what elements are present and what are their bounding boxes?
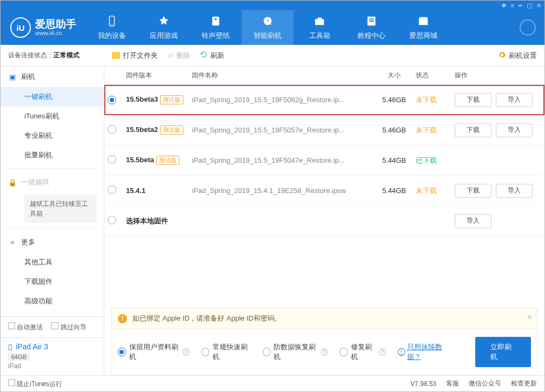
nav-icon bbox=[262, 15, 274, 29]
open-folder-button[interactable]: 打开文件夹 bbox=[112, 51, 158, 61]
nav-icon bbox=[106, 15, 118, 29]
sidebar-sec-flash[interactable]: ▣ 刷机 bbox=[1, 67, 104, 87]
row-radio[interactable] bbox=[108, 155, 116, 164]
nav-icon bbox=[314, 15, 325, 29]
svg-rect-2 bbox=[212, 16, 220, 25]
fw-version: 15.5beta bbox=[126, 156, 154, 164]
fw-filename: iPad_Spring_2019_15.5_19F5057e_Restore.i… bbox=[192, 126, 373, 134]
auto-activate-checkbox[interactable]: 自动激活 bbox=[8, 322, 43, 332]
fw-version: 选择本地固件 bbox=[126, 217, 168, 225]
nav-0[interactable]: 我的设备 bbox=[86, 10, 138, 45]
import-button[interactable]: 导入 bbox=[455, 214, 491, 228]
nav-1[interactable]: 应用游戏 bbox=[138, 10, 190, 45]
sidebar-item-advanced[interactable]: 高级功能 bbox=[1, 291, 104, 311]
fw-size: 5.46GB bbox=[373, 96, 416, 104]
import-button[interactable]: 导入 bbox=[496, 123, 533, 137]
device-storage-badge: 64GB bbox=[8, 353, 30, 361]
skip-guide-checkbox[interactable]: 跳过向导 bbox=[51, 322, 86, 332]
jailbreak-note: 越狱工具已转移至工具箱 bbox=[24, 195, 96, 223]
nav-icon bbox=[158, 15, 170, 29]
sidebar-item-other[interactable]: 其他工具 bbox=[1, 253, 104, 272]
tip-close-icon[interactable]: × bbox=[527, 313, 532, 322]
window-controls: ❖ ≡ ━ ▢ ✕ bbox=[1, 1, 544, 10]
block-itunes-checkbox[interactable]: 阻止iTunes运行 bbox=[8, 379, 62, 389]
brand-name: 爱思助手 bbox=[35, 19, 76, 30]
refresh-button[interactable]: 刷新 bbox=[200, 51, 224, 61]
svg-rect-5 bbox=[317, 17, 321, 19]
sidebar-item-download[interactable]: 下载固件 bbox=[1, 272, 104, 291]
help-icon[interactable]: ? bbox=[321, 348, 328, 356]
svg-rect-7 bbox=[369, 18, 374, 19]
nav-icon bbox=[365, 15, 377, 29]
version-label: V7.98.53 bbox=[410, 380, 436, 388]
sidebar-sec-more[interactable]: ≡ 更多 bbox=[1, 232, 104, 253]
appleid-tip: ! 如已绑定 Apple ID，请准备好 Apple ID和密码。 × bbox=[111, 308, 538, 329]
sidebar-item-itunes[interactable]: iTunes刷机 bbox=[1, 107, 104, 126]
download-button[interactable]: 下载 bbox=[455, 93, 491, 107]
svg-point-1 bbox=[111, 24, 112, 25]
row-radio[interactable] bbox=[108, 125, 116, 134]
opt-keep-data[interactable]: 保留用户资料刷机? bbox=[118, 342, 190, 362]
flash-options: 保留用户资料刷机? 常规快速刷机 防数据恢复刷机? 修复刷机? !只想抹除数据？… bbox=[111, 329, 538, 375]
minimize-icon[interactable]: ━ bbox=[519, 2, 522, 9]
beta-tag: 测试版 bbox=[160, 125, 183, 135]
sidebar-item-pro[interactable]: 专业刷机 bbox=[1, 126, 104, 145]
sub-toolbar: 设备连接状态：正常模式 打开文件夹 ⊘ 删除 刷新 刷 bbox=[1, 45, 544, 67]
nav-5[interactable]: 教程中心 bbox=[345, 10, 397, 45]
nav-3[interactable]: 智能刷机 bbox=[242, 10, 294, 45]
wechat-link[interactable]: 微信公众号 bbox=[469, 379, 501, 388]
check-update-link[interactable]: 检查更新 bbox=[511, 379, 537, 388]
main: 固件版本 固件名称 大小 状态 操作 15.5beta3测试版iPad_Spri… bbox=[104, 67, 544, 375]
svg-rect-4 bbox=[315, 19, 324, 25]
list-icon[interactable]: ≡ bbox=[511, 2, 514, 9]
download-manager-icon[interactable] bbox=[520, 19, 536, 36]
opt-anti-recover[interactable]: 防数据恢复刷机? bbox=[263, 342, 328, 362]
close-icon[interactable]: ✕ bbox=[536, 2, 541, 9]
table-row[interactable]: 选择本地固件导入 bbox=[104, 206, 544, 236]
nav-icon bbox=[417, 15, 429, 29]
table-row[interactable]: 15.4.1iPad_Spring_2019_15.4.1_19E258_Res… bbox=[104, 176, 544, 206]
row-radio[interactable] bbox=[108, 96, 116, 104]
import-button[interactable]: 导入 bbox=[496, 184, 533, 198]
table-row[interactable]: 15.5beta2测试版iPad_Spring_2019_15.5_19F505… bbox=[104, 115, 544, 145]
flash-now-button[interactable]: 立即刷机 bbox=[475, 337, 531, 367]
svg-point-3 bbox=[215, 18, 217, 20]
sidebar-item-onekey[interactable]: 一键刷机 bbox=[1, 87, 104, 107]
help-icon[interactable]: ? bbox=[379, 348, 386, 356]
sidebar-item-batch[interactable]: 批量刷机 bbox=[1, 145, 104, 165]
opt-normal[interactable]: 常规快速刷机 bbox=[202, 342, 251, 362]
download-button[interactable]: 下载 bbox=[455, 184, 491, 198]
table-row[interactable]: 15.5beta3测试版iPad_Spring_2019_15.5_19F506… bbox=[104, 85, 544, 115]
col-ops: 操作 bbox=[455, 71, 541, 80]
flash-settings-button[interactable]: 刷机设置 bbox=[498, 51, 537, 61]
row-radio[interactable] bbox=[108, 185, 116, 194]
import-button[interactable]: 导入 bbox=[496, 93, 533, 107]
table-header: 固件版本 固件名称 大小 状态 操作 bbox=[104, 67, 544, 85]
beta-tag: 测试版 bbox=[156, 156, 180, 165]
maximize-icon[interactable]: ▢ bbox=[527, 2, 532, 9]
table-row[interactable]: 15.5beta测试版iPad_Spring_2019_15.5_19F5047… bbox=[104, 145, 544, 176]
nav-4[interactable]: 工具箱 bbox=[294, 10, 345, 45]
device-name[interactable]: ▯ iPad Air 3 bbox=[8, 342, 96, 351]
menu-icon[interactable]: ❖ bbox=[501, 2, 507, 9]
download-button[interactable]: 下载 bbox=[455, 123, 491, 137]
device-panel: ▯ iPad Air 3 64GB iPad bbox=[1, 337, 104, 375]
row-radio[interactable] bbox=[108, 216, 116, 224]
status-bar: 阻止iTunes运行 V7.98.53 客服 微信公众号 检查更新 bbox=[1, 375, 544, 391]
support-link[interactable]: 客服 bbox=[446, 379, 459, 388]
nav-6[interactable]: 爱思商城 bbox=[397, 10, 449, 45]
fw-status: 未下载 bbox=[416, 125, 455, 135]
nav-2[interactable]: 铃声壁纸 bbox=[190, 10, 242, 45]
erase-link[interactable]: !只想抹除数据？ bbox=[398, 342, 451, 362]
connection-status: 设备连接状态：正常模式 bbox=[1, 51, 104, 60]
fw-size: 5.44GB bbox=[373, 187, 416, 195]
help-icon[interactable]: ? bbox=[183, 348, 190, 356]
sidebar-sec-jailbreak: 🔒 一键越狱 bbox=[1, 172, 104, 192]
fw-version: 15.4.1 bbox=[126, 187, 145, 195]
refresh-icon bbox=[200, 51, 208, 60]
opt-repair[interactable]: 修复刷机? bbox=[340, 342, 386, 362]
info-icon: ! bbox=[398, 348, 405, 356]
delete-button[interactable]: ⊘ 删除 bbox=[168, 51, 190, 61]
sidebar: ▣ 刷机 一键刷机 iTunes刷机 专业刷机 批量刷机 🔒 一键越狱 越狱工具… bbox=[1, 67, 104, 375]
folder-icon bbox=[112, 52, 120, 59]
